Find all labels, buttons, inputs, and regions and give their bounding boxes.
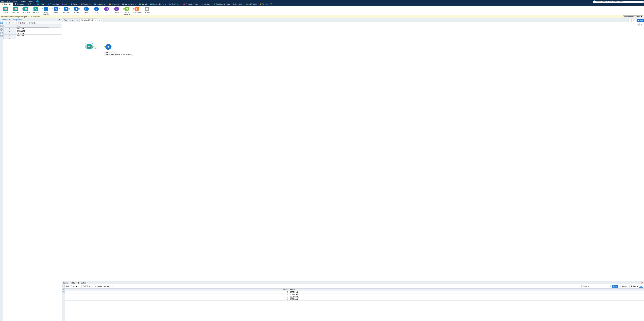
- copy-button[interactable]: ⧉: [8, 21, 11, 24]
- zoom-in-button[interactable]: +: [640, 23, 643, 26]
- config-pin-icon[interactable]: 📌: [58, 19, 61, 21]
- results-rail-messages-icon[interactable]: ≡: [62, 285, 64, 287]
- tool-texttocols[interactable]: ★⊞Text To Columns: [122, 6, 131, 15]
- menu-help[interactable]: Help: [29, 0, 33, 2]
- config-rail-settings-icon[interactable]: ⚙: [0, 22, 2, 24]
- workflow-tab[interactable]: Start Here.yxmd ×: [62, 18, 80, 22]
- tool-select[interactable]: ★☑Select: [82, 6, 91, 13]
- results-row[interactable]: 32021/03/01: [65, 296, 644, 298]
- results-col-field1[interactable]: Field1: [289, 289, 644, 291]
- close-icon[interactable]: ×: [95, 19, 96, 21]
- menu-options[interactable]: Options: [20, 0, 26, 2]
- tool-formula[interactable]: ★⚗Formula: [62, 6, 71, 13]
- new-tab-button[interactable]: +: [98, 19, 101, 22]
- category-inout[interactable]: In/Out: [36, 2, 46, 6]
- category-transform[interactable]: Transform: [79, 2, 92, 6]
- insert-button[interactable]: ⊕Insert ▾: [28, 21, 37, 24]
- tool-summarize[interactable]: ★ΣSummarize: [132, 6, 142, 13]
- category-documentation[interactable]: Documentation: [120, 2, 138, 6]
- category-favorites[interactable]: ★Favorites: [0, 2, 13, 6]
- cell-viewer-dropdown[interactable]: Cell Viewer ▾: [83, 285, 93, 287]
- schedule-button[interactable]: 🕘: [632, 19, 636, 22]
- workflow-tab[interactable]: New Workflow2* ×: [80, 18, 98, 22]
- tool-outputdata[interactable]: ★📖Output Data: [21, 6, 30, 13]
- category-parse[interactable]: Parse: [69, 2, 79, 6]
- config-rail-annotation-icon[interactable]: ◇: [0, 32, 2, 34]
- chevron-right-icon[interactable]: ›: [272, 3, 275, 5]
- fields-summary[interactable]: 1 of 1 Fields ▾: [66, 285, 77, 287]
- workflow-canvas[interactable]: − + 📖 4 44b ⚗ Date = DateTimeParse([Fiel…: [62, 22, 644, 282]
- category-ml[interactable]: Machine Learning: [148, 2, 168, 6]
- tool-union[interactable]: ★∪Union: [112, 6, 121, 13]
- category-reporting[interactable]: Reporting: [108, 2, 120, 6]
- canvas-annotation[interactable]: Date = DateTimeParse([Field1],'%Y/%m/%d'…: [104, 51, 117, 56]
- tool-inputdata[interactable]: ★📖Input Data: [11, 6, 20, 13]
- config-rail-anchor-icon[interactable]: ⇵: [0, 28, 2, 31]
- menu-view[interactable]: View: [13, 0, 17, 2]
- update-options-button[interactable]: Click here for options ▼: [623, 15, 643, 18]
- results-col-record[interactable]: Record: [65, 289, 289, 291]
- results-pin-icon[interactable]: 📌: [640, 282, 643, 284]
- category-interface[interactable]: Interface: [200, 2, 212, 6]
- tool-sample[interactable]: ★◑Sample: [72, 6, 81, 13]
- config-dropdown-icon[interactable]: ⌄: [55, 19, 58, 21]
- run-button[interactable]: Run: [637, 19, 644, 22]
- menu-edit[interactable]: Edit: [7, 0, 10, 2]
- grid-add-row[interactable]: …: [4, 37, 16, 39]
- category-predictive[interactable]: Predictive: [231, 2, 244, 6]
- chevron-left-icon[interactable]: ‹: [33, 3, 36, 5]
- grid-col-header[interactable]: Field1: [16, 25, 49, 27]
- import-button[interactable]: 📄: [4, 21, 8, 24]
- output-anchor[interactable]: [111, 46, 112, 47]
- actions-dropdown[interactable]: Actions ▾: [631, 285, 638, 287]
- category-preparation[interactable]: Preparation: [46, 2, 60, 6]
- category-timeseries[interactable]: Time S: [258, 2, 269, 6]
- category-join[interactable]: Join: [60, 2, 69, 6]
- canvas-node-formula[interactable]: ⚗: [105, 44, 111, 50]
- canvas-node-text-input[interactable]: 📖: [86, 43, 92, 50]
- category-datainv[interactable]: Data Investigation: [212, 2, 231, 6]
- category-recommended[interactable]: 💡Recommended i: [13, 2, 33, 6]
- category-abtest[interactable]: AB Testing: [244, 2, 258, 6]
- tool-join[interactable]: ★⋈Join: [102, 6, 111, 13]
- config-rail-xml-icon[interactable]: </>: [0, 25, 2, 27]
- results-row[interactable]: 22021/02/01: [65, 294, 644, 296]
- metadata-view-button[interactable]: Metadata: [618, 285, 628, 288]
- tool-browse[interactable]: ★📖Browse: [1, 6, 10, 13]
- tool-comment[interactable]: ★💬Comment: [142, 6, 152, 13]
- close-icon[interactable]: ×: [77, 19, 78, 21]
- grid-cell[interactable]: 2021/01/01: [16, 27, 49, 30]
- overflow-button[interactable]: »: [628, 19, 632, 22]
- paste-button[interactable]: 📋: [12, 21, 16, 24]
- results-row[interactable]: 42021/04/01: [65, 298, 644, 301]
- config-rail-help-icon[interactable]: ?: [0, 35, 2, 37]
- results-dropdown-icon[interactable]: ⌄: [638, 282, 640, 284]
- grid-add-col[interactable]: …: [49, 25, 62, 27]
- results-row[interactable]: 12021/01/01: [65, 291, 644, 294]
- global-search-input[interactable]: [593, 1, 644, 3]
- grid-cell[interactable]: 2021/04/01: [16, 35, 49, 37]
- add-category-button[interactable]: +: [270, 3, 272, 5]
- zoom-out-button[interactable]: −: [636, 23, 640, 26]
- grid-cell[interactable]: 2021/02/01: [16, 30, 49, 32]
- prev-record-button[interactable]: ↑: [112, 285, 113, 288]
- output-anchor[interactable]: [92, 46, 94, 47]
- tool-datacleansing[interactable]: ★✚Data Cleansing: [42, 6, 50, 15]
- category-cv[interactable]: Computer Vision: [182, 2, 200, 6]
- language-icon[interactable]: 🌐: [36, 0, 39, 2]
- menu-file[interactable]: File: [1, 0, 4, 2]
- category-spatial[interactable]: Spatial: [138, 2, 148, 6]
- delete-button[interactable]: ⊘Delete ▾: [17, 21, 27, 24]
- next-record-button[interactable]: ↓: [114, 285, 116, 288]
- tool-filter[interactable]: ★⌥Filter: [52, 6, 60, 13]
- results-search-input[interactable]: [580, 285, 610, 288]
- field-format-button[interactable]: 000: [639, 285, 643, 288]
- category-indatabase[interactable]: In-Database: [92, 2, 108, 6]
- grid-cell[interactable]: 2021/03/01: [16, 32, 49, 35]
- results-rail-help-icon[interactable]: ?: [62, 291, 64, 293]
- results-grid[interactable]: Record Field1 12021/01/0122021/02/013202…: [65, 288, 644, 301]
- data-view-button[interactable]: Data: [612, 285, 618, 288]
- input-anchor[interactable]: [104, 46, 105, 47]
- tool-textinput[interactable]: ★✎Text Input: [31, 6, 40, 13]
- results-rail-data-icon[interactable]: ▦: [62, 288, 64, 290]
